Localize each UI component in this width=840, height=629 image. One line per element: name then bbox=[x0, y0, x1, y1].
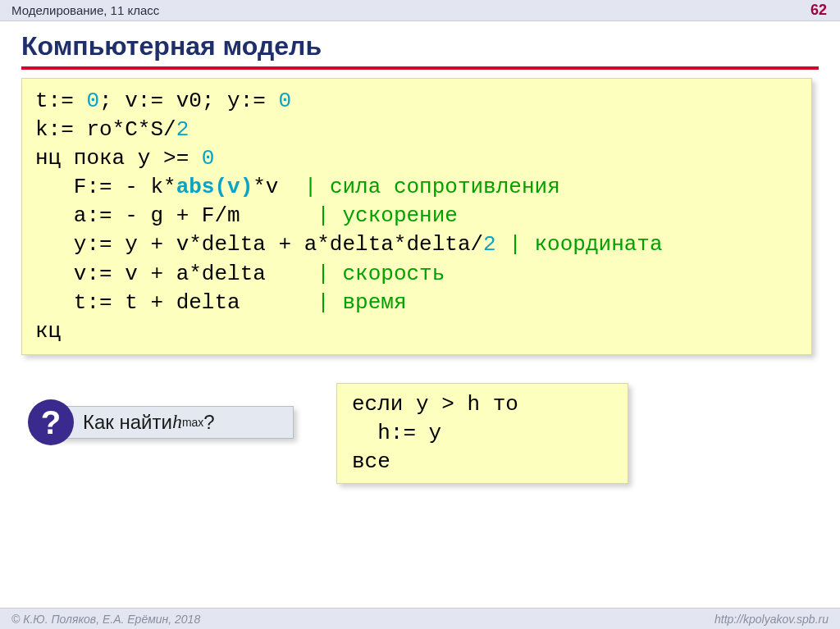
code-line-7: v:= v + a*delta | скорость bbox=[35, 262, 445, 286]
main-code-block: t:= 0; v:= v0; y:= 0 k:= ro*C*S/2 нц пок… bbox=[21, 78, 812, 355]
code-line-1: t:= 0; v:= v0; y:= 0 bbox=[35, 89, 291, 113]
code-line-5: a:= - g + F/m | ускорение bbox=[35, 203, 458, 228]
row-below: ? Как найти hmax? если y > h то h:= y вс… bbox=[21, 383, 819, 484]
code-line-8: t:= t + delta | время bbox=[35, 290, 406, 315]
slide-content: Компьютерная модель t:= 0; v:= v0; y:= 0… bbox=[0, 21, 840, 484]
code-line-9: кц bbox=[35, 319, 61, 344]
code-line-3: нц пока y >= 0 bbox=[35, 146, 214, 171]
question-box: ? Как найти hmax? bbox=[49, 406, 294, 439]
footer-copyright: © К.Ю. Поляков, Е.А. Ерёмин, 2018 bbox=[11, 613, 200, 626]
title-underline bbox=[21, 66, 819, 70]
code-line-6: y:= y + v*delta + a*delta*delta/2 | коор… bbox=[35, 232, 663, 257]
small-code-line-2: h:= y bbox=[352, 421, 441, 445]
header-subject: Моделирование, 11 класс bbox=[11, 3, 159, 17]
small-code-line-3: все bbox=[352, 449, 390, 474]
question-text: Как найти hmax? bbox=[49, 406, 294, 439]
footer-url: http://kpolyakov.spb.ru bbox=[714, 613, 829, 626]
question-mark-icon: ? bbox=[28, 399, 74, 445]
small-code-block: если y > h то h:= y все bbox=[336, 383, 628, 484]
small-code-line-1: если y > h то bbox=[352, 392, 518, 417]
footer-bar: © К.Ю. Поляков, Е.А. Ерёмин, 2018 http:/… bbox=[0, 608, 840, 629]
page-title: Компьютерная модель bbox=[21, 31, 819, 62]
code-line-2: k:= ro*C*S/2 bbox=[35, 117, 189, 142]
header-bar: Моделирование, 11 класс 62 bbox=[0, 0, 840, 21]
page-number: 62 bbox=[810, 2, 827, 19]
code-line-4: F:= - k*abs(v)*v | сила сопротивления bbox=[35, 175, 560, 199]
